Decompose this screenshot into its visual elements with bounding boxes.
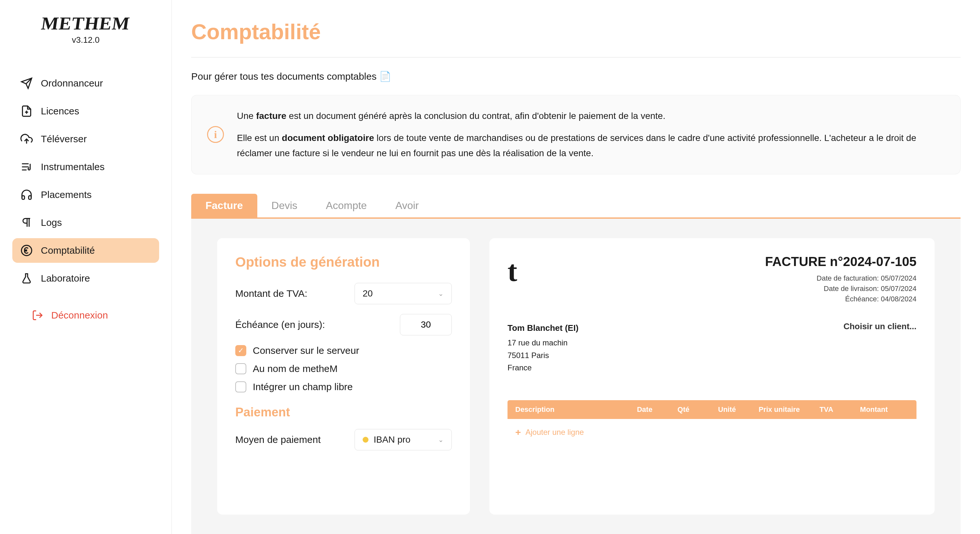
- page-subtitle: Pour gérer tous tes documents comptables…: [191, 71, 961, 82]
- sidebar-item-licences[interactable]: Licences: [12, 99, 159, 124]
- sidebar-item-ordonnanceur[interactable]: Ordonnanceur: [12, 71, 159, 95]
- add-line-label: Ajouter une ligne: [526, 428, 584, 437]
- sidebar-item-label: Ordonnanceur: [41, 78, 103, 89]
- invoice-date-billing: Date de facturation: 05/07/2024: [765, 274, 916, 283]
- paragraph-icon: [20, 216, 33, 229]
- app-logo: METHEM: [11, 13, 161, 34]
- invoice-number: FACTURE n°2024-07-105: [765, 254, 916, 269]
- sidebar-item-label: Licences: [41, 106, 79, 117]
- checkbox-methem[interactable]: [235, 363, 246, 374]
- invoice-date-delivery: Date de livraison: 05/07/2024: [765, 284, 916, 293]
- tab-facture[interactable]: Facture: [191, 194, 257, 218]
- invoice-table-header: Description Date Qté Unité Prix unitaire…: [508, 400, 916, 419]
- upload-cloud-icon: [20, 132, 33, 146]
- logout-label: Déconnexion: [51, 310, 108, 321]
- sender-name: Tom Blanchet (EI): [508, 321, 579, 335]
- col-amount: Montant: [860, 405, 909, 414]
- tab-devis[interactable]: Devis: [257, 194, 312, 218]
- client-select[interactable]: Choisir un client...: [843, 321, 916, 374]
- workspace: Options de génération Montant de TVA: 20…: [191, 219, 961, 534]
- col-qty: Qté: [678, 405, 718, 414]
- sender-line: 75011 Paris: [508, 349, 579, 362]
- sidebar-item-laboratoire[interactable]: Laboratoire: [12, 266, 159, 291]
- col-date: Date: [637, 405, 677, 414]
- main: Comptabilité Pour gérer tous tes documen…: [172, 0, 980, 534]
- invoice-preview: t FACTURE n°2024-07-105 Date de facturat…: [489, 238, 935, 515]
- flask-icon: [20, 272, 33, 285]
- sidebar-item-logs[interactable]: Logs: [12, 210, 159, 235]
- logout-icon: [32, 310, 43, 321]
- tabs: Facture Devis Acompte Avoir: [191, 194, 961, 219]
- checkbox-champ-libre[interactable]: [235, 381, 246, 393]
- plus-icon: +: [515, 427, 521, 438]
- col-unit-price: Prix unitaire: [759, 405, 819, 414]
- options-title: Options de génération: [235, 254, 452, 270]
- sidebar-item-label: Téléverser: [41, 134, 87, 145]
- sender-block: Tom Blanchet (EI) 17 rue du machin 75011…: [508, 321, 579, 374]
- options-panel: Options de génération Montant de TVA: 20…: [217, 238, 470, 515]
- add-line-button[interactable]: + Ajouter une ligne: [508, 419, 916, 445]
- tva-select[interactable]: 20 ⌄: [355, 283, 452, 304]
- sidebar-item-label: Logs: [41, 217, 62, 228]
- tab-acompte[interactable]: Acompte: [312, 194, 381, 218]
- col-tva: TVA: [819, 405, 860, 414]
- app-version: v3.12.0: [12, 35, 159, 45]
- check-label: Conserver sur le serveur: [253, 345, 359, 356]
- logout-button[interactable]: Déconnexion: [12, 304, 159, 327]
- invoice-logo: t: [508, 254, 517, 288]
- check-label: Au nom de metheM: [253, 363, 338, 374]
- check-label: Intégrer un champ libre: [253, 381, 353, 393]
- chevron-down-icon: ⌄: [438, 290, 444, 297]
- sidebar: METHEM v3.12.0 Ordonnanceur Licences Tél…: [0, 0, 172, 534]
- invoice-date-due: Échéance: 04/08/2024: [765, 295, 916, 303]
- sender-line: France: [508, 362, 579, 374]
- payment-value: IBAN pro: [374, 434, 410, 445]
- info-text: Une facture est un document généré après…: [237, 108, 945, 161]
- sender-line: 17 rue du machin: [508, 337, 579, 349]
- sidebar-item-label: Laboratoire: [41, 273, 90, 284]
- payment-title: Paiement: [235, 405, 452, 419]
- music-list-icon: [20, 161, 33, 173]
- status-dot-icon: [363, 437, 369, 443]
- sidebar-item-instrumentales[interactable]: Instrumentales: [12, 154, 159, 179]
- document-icon: [20, 105, 33, 118]
- euro-badge-icon: [20, 244, 33, 257]
- chevron-down-icon: ⌄: [438, 436, 444, 443]
- col-description: Description: [515, 405, 637, 414]
- tva-label: Montant de TVA:: [235, 288, 307, 299]
- sidebar-item-label: Instrumentales: [41, 161, 105, 172]
- nav: Ordonnanceur Licences Téléverser Instrum…: [12, 71, 159, 291]
- logo-block: METHEM v3.12.0: [12, 13, 159, 45]
- page-title: Comptabilité: [191, 19, 961, 44]
- send-icon: [20, 77, 33, 90]
- due-input[interactable]: [400, 314, 452, 335]
- checkbox-conserver[interactable]: ✓: [235, 345, 246, 356]
- sidebar-item-televerser[interactable]: Téléverser: [12, 127, 159, 151]
- divider: [191, 57, 961, 58]
- payment-label: Moyen de paiement: [235, 434, 321, 445]
- info-box: i Une facture est un document généré apr…: [191, 95, 961, 174]
- due-label: Échéance (en jours):: [235, 319, 325, 330]
- headphones-icon: [20, 188, 33, 201]
- tva-value: 20: [363, 288, 373, 299]
- sidebar-item-label: Comptabilité: [41, 245, 95, 256]
- tab-avoir[interactable]: Avoir: [381, 194, 433, 218]
- info-icon: i: [207, 126, 224, 143]
- col-unit: Unité: [718, 405, 759, 414]
- payment-select[interactable]: IBAN pro ⌄: [355, 429, 452, 450]
- sidebar-item-comptabilite[interactable]: Comptabilité: [12, 238, 159, 263]
- sidebar-item-placements[interactable]: Placements: [12, 183, 159, 207]
- sidebar-item-label: Placements: [41, 189, 92, 200]
